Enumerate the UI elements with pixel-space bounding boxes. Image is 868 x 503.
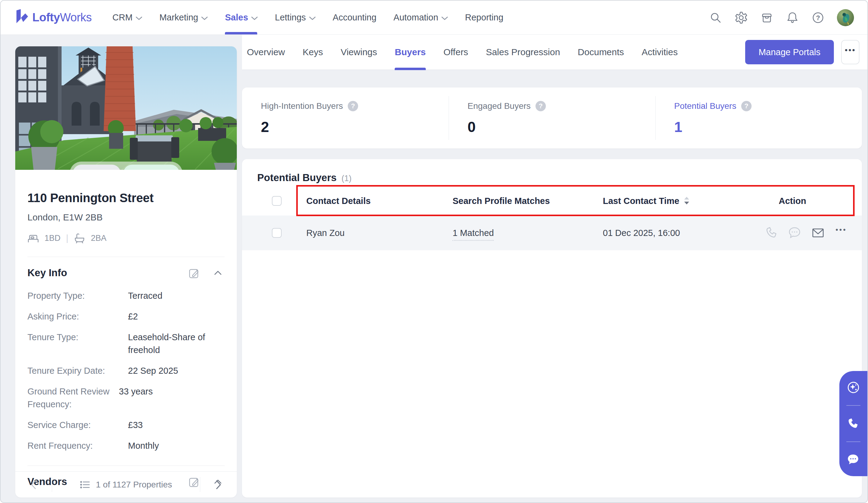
stat-potential: Potential Buyers? 1 (655, 88, 862, 148)
property-photo-illustration (15, 46, 237, 170)
svg-text:?: ? (816, 14, 820, 22)
user-avatar[interactable] (837, 9, 854, 26)
stat-value: 0 (467, 119, 655, 135)
property-photo[interactable]: For Sale Available (15, 46, 237, 170)
stat-high-intention: High-Intention Buyers? 2 (242, 88, 448, 148)
email-icon[interactable] (811, 226, 825, 240)
phone-icon[interactable] (764, 226, 779, 240)
chat-icon[interactable] (787, 226, 802, 240)
property-address: 110 Pennington Street (28, 191, 225, 205)
tab-keys[interactable]: Keys (303, 35, 323, 70)
top-navigation: LoftyWorks CRM Marketing Sales Lettings … (1, 1, 867, 35)
bed-icon (28, 233, 39, 243)
for-sale-badge: For Sale (73, 165, 121, 170)
chevron-down-icon (201, 16, 208, 20)
stat-value: 2 (261, 119, 448, 135)
divider (846, 441, 860, 442)
key-info-title: Key Info (28, 267, 67, 279)
key-info-row: Tenure Expiry Date:22 Sep 2025 (28, 364, 225, 377)
beds-value: 1BD (44, 234, 61, 243)
quick-actions-panel (839, 371, 867, 476)
stat-value: 1 (674, 119, 862, 135)
loftyworks-logo-icon (14, 9, 28, 27)
inbox-icon[interactable] (760, 11, 774, 24)
divider (28, 465, 225, 466)
chevron-down-icon (441, 16, 448, 20)
buyer-matches[interactable]: 1 Matched (453, 228, 494, 238)
sort-icon[interactable] (684, 196, 690, 205)
manage-portals-button[interactable]: Manage Portals (745, 40, 834, 64)
row-checkbox[interactable] (272, 228, 282, 238)
tab-offers[interactable]: Offers (443, 35, 468, 70)
key-info-row: Tenure Type:Leasehold-Share of freehold (28, 331, 225, 356)
buyer-stats-card: High-Intention Buyers? 2 Engaged Buyers?… (242, 88, 862, 148)
buyer-row[interactable]: Ryan Zou 1 Matched 01 Dec 2025, 16:00 ••… (242, 216, 862, 250)
help-tooltip-icon[interactable]: ? (348, 101, 358, 111)
key-info-row: Ground Rent Review Frequency:33 years (28, 385, 225, 411)
nav-item-sales[interactable]: Sales (216, 1, 266, 34)
tab-activities[interactable]: Activities (642, 35, 678, 70)
help-tooltip-icon[interactable]: ? (741, 101, 752, 111)
chevron-down-icon (309, 16, 316, 20)
nav-item-lettings[interactable]: Lettings (266, 1, 324, 34)
message-icon[interactable] (846, 452, 861, 467)
stat-engaged: Engaged Buyers? 0 (448, 88, 655, 148)
divider (846, 405, 860, 406)
availability-dropdown[interactable]: Available (123, 165, 179, 170)
col-last-contact-time[interactable]: Last Contact Time (603, 196, 690, 206)
key-info-header: Key Info (28, 266, 225, 279)
bell-icon[interactable] (786, 11, 799, 24)
tab-overview[interactable]: Overview (247, 35, 285, 70)
nav-item-automation[interactable]: Automation (385, 1, 456, 34)
pagination-text: 1 of 1127 Properties (96, 480, 172, 490)
help-icon[interactable]: ? (811, 11, 825, 24)
nav-item-crm[interactable]: CRM (104, 1, 151, 34)
col-contact-details[interactable]: Contact Details (306, 196, 371, 206)
more-actions-button[interactable]: ••• (841, 40, 859, 64)
tab-buyers[interactable]: Buyers (395, 35, 426, 70)
buyer-last-contact: 01 Dec 2025, 16:00 (603, 228, 680, 238)
key-info-row: Rent Frequency:Monthly (28, 439, 225, 452)
potential-buyers-title: Potential Buyers (257, 172, 337, 184)
main-nav: CRM Marketing Sales Lettings Accounting … (104, 1, 512, 34)
key-info-row: Property Type:Terraced (28, 289, 225, 302)
row-actions: ••• (764, 226, 848, 240)
loftyworks-logo[interactable]: LoftyWorks (14, 9, 92, 27)
property-pagination: 1 of 1127 Properties (15, 471, 237, 497)
topnav-actions: ? (709, 9, 854, 26)
chevron-down-icon (136, 16, 142, 20)
col-action: Action (779, 196, 806, 206)
next-property-button[interactable] (200, 472, 237, 497)
divider (28, 257, 225, 257)
select-all-checkbox[interactable] (272, 196, 282, 206)
prev-property-button[interactable] (15, 472, 52, 497)
potential-buyers-card: Potential Buyers (1) Contact Details Sea… (242, 159, 862, 497)
tab-sales-progression[interactable]: Sales Progression (486, 35, 560, 70)
bath-icon (74, 233, 85, 243)
edit-icon[interactable] (187, 266, 201, 279)
divider: | (66, 233, 69, 243)
key-info-row: Service Charge:£33 (28, 419, 225, 431)
key-info-row: Asking Price:£2 (28, 310, 225, 323)
bed-bath-row: 1BD | 2BA (28, 233, 225, 243)
property-city: London, E1W 2BB (28, 212, 225, 223)
gear-icon[interactable] (734, 11, 748, 24)
tab-viewings[interactable]: Viewings (341, 35, 377, 70)
nav-item-marketing[interactable]: Marketing (151, 1, 216, 34)
app-window: LoftyWorks CRM Marketing Sales Lettings … (0, 0, 868, 503)
tab-documents[interactable]: Documents (578, 35, 624, 70)
list-icon[interactable] (80, 481, 90, 489)
buyer-name[interactable]: Ryan Zou (306, 228, 345, 238)
property-summary-card: For Sale Available 110 Pennington Street… (15, 46, 237, 497)
call-icon[interactable] (846, 417, 861, 431)
help-tooltip-icon[interactable]: ? (536, 101, 546, 111)
row-more-icon[interactable]: ••• (834, 226, 848, 240)
col-search-profile-matches[interactable]: Search Profile Matches (453, 196, 550, 206)
ai-assistant-icon[interactable] (846, 380, 861, 395)
nav-item-accounting[interactable]: Accounting (324, 1, 385, 34)
nav-item-reporting[interactable]: Reporting (456, 1, 512, 34)
status-pills: For Sale Available (70, 162, 183, 170)
property-tabbar: Overview Keys Viewings Buyers Offers Sal… (242, 35, 867, 70)
collapse-chevron-icon[interactable] (211, 266, 225, 279)
search-icon[interactable] (709, 11, 722, 24)
